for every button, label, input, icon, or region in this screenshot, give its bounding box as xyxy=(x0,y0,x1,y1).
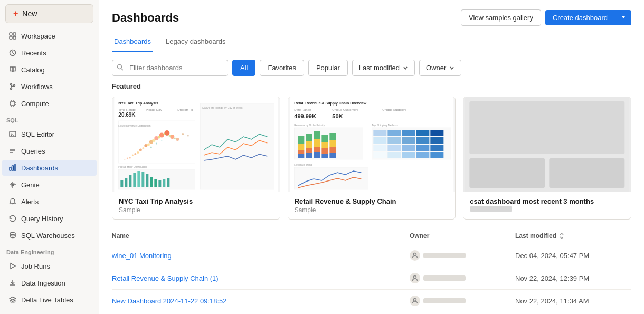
svg-rect-106 xyxy=(373,145,386,151)
row-name-0[interactable]: wine_01 Monitoring xyxy=(112,252,410,260)
sidebar-item-query-history-label: Query History xyxy=(21,215,63,223)
owner-icon-0 xyxy=(410,250,420,261)
svg-rect-102 xyxy=(387,137,401,144)
svg-point-46 xyxy=(150,147,152,148)
tab-dashboards[interactable]: Dashboards xyxy=(112,32,153,52)
svg-rect-56 xyxy=(141,172,144,187)
svg-rect-76 xyxy=(298,144,304,150)
sidebar-item-data-ingestion[interactable]: Data Ingestion xyxy=(2,275,97,291)
svg-point-47 xyxy=(156,143,157,145)
tab-legacy-dashboards[interactable]: Legacy dashboards xyxy=(164,32,228,52)
sidebar-item-query-history[interactable]: Query History xyxy=(2,211,97,226)
sidebar-item-job-runs[interactable]: Job Runs xyxy=(2,258,97,274)
svg-rect-80 xyxy=(306,141,312,148)
sidebar-item-catalog[interactable]: Catalog xyxy=(2,62,97,78)
svg-rect-109 xyxy=(416,145,429,151)
row-name-1[interactable]: Retail Revenue & Supply Chain (1) xyxy=(112,274,410,282)
view-samples-button[interactable]: View samples gallery xyxy=(461,9,541,26)
last-modified-label: Last modified xyxy=(359,64,400,72)
data-eng-section-label: Data Engineering xyxy=(0,244,99,258)
row-owner-0 xyxy=(410,250,515,261)
sidebar-item-dashboards-label: Dashboards xyxy=(21,164,58,172)
featured-card-csat[interactable]: csat dashboard most recent 3 months xyxy=(463,97,631,220)
svg-rect-77 xyxy=(298,136,304,144)
featured-section: Featured NYC Taxi Trip Analysis Time Ran… xyxy=(99,82,644,228)
svg-rect-60 xyxy=(158,180,161,187)
col-modified-label: Last modified xyxy=(515,232,556,240)
svg-point-123 xyxy=(414,276,416,279)
row-modified-0: Dec 04, 2024, 05:47 PM xyxy=(515,252,631,260)
sidebar-item-recents[interactable]: Recents xyxy=(2,45,97,61)
plus-icon: + xyxy=(13,9,18,18)
svg-text:Revenue Trend: Revenue Trend xyxy=(294,163,312,166)
svg-rect-63 xyxy=(200,103,274,189)
row-owner-1 xyxy=(410,273,515,283)
page-header: Dashboards View samples gallery Create d… xyxy=(99,0,644,26)
svg-point-40 xyxy=(168,135,171,137)
sidebar: + New Workspace Recents Catalog xyxy=(0,0,99,314)
sidebar-item-workspace[interactable]: Workspace xyxy=(2,28,97,44)
card-title-nyc-taxi: NYC Taxi Trip Analysis xyxy=(119,197,273,205)
create-dashboard-btn-group: Create dashboard xyxy=(545,10,631,25)
svg-rect-84 xyxy=(314,139,320,147)
filter-all-button[interactable]: All xyxy=(232,60,255,76)
search-input[interactable] xyxy=(112,60,228,76)
sidebar-item-dashboards[interactable]: Dashboards xyxy=(2,160,97,176)
history-icon xyxy=(8,214,17,223)
sidebar-item-sql-editor-label: SQL Editor xyxy=(21,130,54,138)
svg-rect-0 xyxy=(10,33,12,35)
svg-rect-53 xyxy=(129,175,131,187)
sidebar-item-delta-live[interactable]: Delta Live Tables xyxy=(2,292,97,308)
filter-popular-button[interactable]: Popular xyxy=(308,60,348,76)
svg-rect-88 xyxy=(321,142,328,148)
database-icon xyxy=(8,231,17,240)
svg-text:50K: 50K xyxy=(332,113,343,119)
sidebar-item-sql-editor[interactable]: SQL Editor xyxy=(2,126,97,142)
svg-rect-90 xyxy=(329,153,336,158)
row-name-2[interactable]: New Dashboard 2024-11-22 09:18:52 xyxy=(112,297,410,305)
sidebar-item-compute[interactable]: Compute xyxy=(2,96,97,111)
create-dashboard-button[interactable]: Create dashboard xyxy=(545,10,615,25)
row-modified-2: Nov 22, 2024, 11:34 AM xyxy=(515,297,631,305)
create-dashboard-dropdown-button[interactable] xyxy=(615,10,631,25)
svg-rect-97 xyxy=(387,130,401,136)
sidebar-item-workflows[interactable]: Workflows xyxy=(2,79,97,94)
new-button[interactable]: + New xyxy=(5,4,93,23)
svg-point-24 xyxy=(134,153,136,155)
col-modified-header: Last modified xyxy=(515,232,631,240)
row-modified-1: Nov 22, 2024, 12:39 PM xyxy=(515,274,631,282)
owner-dropdown[interactable]: Owner xyxy=(419,60,461,76)
svg-rect-8 xyxy=(11,101,15,106)
svg-text:Revenue by Order Priority: Revenue by Order Priority xyxy=(294,123,325,127)
sidebar-item-queries[interactable]: Queries xyxy=(2,143,97,159)
sidebar-item-genie[interactable]: Genie xyxy=(2,177,97,193)
svg-rect-79 xyxy=(306,148,312,153)
svg-point-36 xyxy=(147,144,150,146)
svg-rect-99 xyxy=(416,130,429,136)
page-title: Dashboards xyxy=(112,11,179,25)
sidebar-item-genie-label: Genie xyxy=(21,181,40,189)
filter-favorites-button[interactable]: Favorites xyxy=(260,60,304,76)
bell-icon xyxy=(8,197,17,206)
svg-point-5 xyxy=(11,84,12,85)
svg-point-43 xyxy=(127,158,128,159)
owner-icon-1 xyxy=(410,273,420,283)
svg-text:Time Range: Time Range xyxy=(118,108,136,111)
svg-rect-59 xyxy=(154,179,157,187)
svg-point-34 xyxy=(137,151,139,154)
featured-card-retail[interactable]: Retail Revenue & Supply Chain Overview D… xyxy=(288,97,456,220)
sidebar-item-sql-warehouses[interactable]: SQL Warehouses xyxy=(2,227,97,243)
svg-point-42 xyxy=(124,159,125,160)
table-row: wine_01 Monitoring Dec 04, 2024, 05:47 P… xyxy=(112,244,631,267)
featured-card-nyc-taxi[interactable]: NYC Taxi Trip Analysis Time Range Pickup… xyxy=(112,97,280,220)
sidebar-item-alerts[interactable]: Alerts xyxy=(2,194,97,210)
svg-text:Pickup Hour Distribution: Pickup Hour Distribution xyxy=(118,165,147,168)
header-actions: View samples gallery Create dashboard xyxy=(461,9,631,26)
last-modified-dropdown[interactable]: Last modified xyxy=(352,60,415,76)
table-header: Name Owner Last modified xyxy=(112,228,631,244)
table-row: New Dashboard 2024-11-22 09:18:52 Nov 22… xyxy=(112,290,631,312)
svg-rect-119 xyxy=(470,101,625,154)
play-icon xyxy=(8,262,17,270)
svg-text:Date Range: Date Range xyxy=(294,108,311,111)
svg-rect-1 xyxy=(13,33,16,35)
